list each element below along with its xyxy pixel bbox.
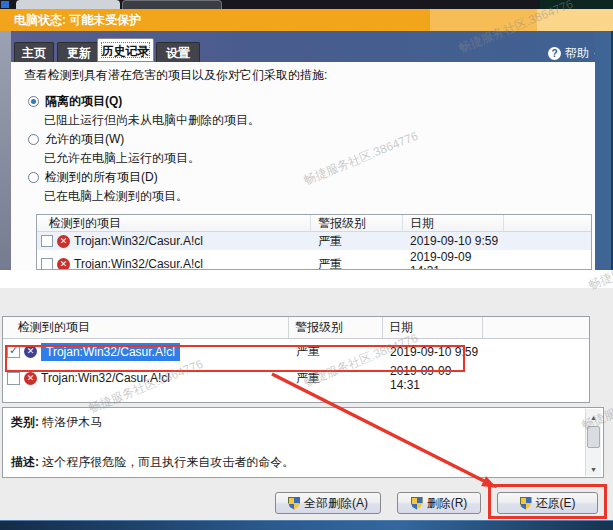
detected-items-table: 检测到的项目 警报级别 日期 Trojan:Win32/Casur.A!cl 严… xyxy=(36,214,592,270)
description-value: 这个程序很危险，而且执行来自攻击者的命令。 xyxy=(42,455,294,469)
alert-level: 严重 xyxy=(311,233,403,250)
window-right-border xyxy=(595,31,613,270)
alert-level: 严重 xyxy=(289,343,383,360)
radio-allowed-desc: 已允许在电脑上运行的项目。 xyxy=(44,150,200,167)
radio-label: 检测到的所有项目(D) xyxy=(45,169,158,186)
window-bottom-border xyxy=(0,520,613,530)
col-date[interactable]: 日期 xyxy=(403,215,504,231)
radio-label: 隔离的项目(Q) xyxy=(45,93,122,110)
delete-all-label: 全部删除(A) xyxy=(304,495,368,512)
uac-shield-icon xyxy=(288,497,300,510)
status-bar-gradient xyxy=(430,9,537,31)
desktop-strip xyxy=(0,0,613,9)
col-date[interactable]: 日期 xyxy=(383,317,483,338)
status-bar: 电脑状态: 可能未受保护 xyxy=(0,9,613,31)
alert-level: 严重 xyxy=(311,256,403,271)
severe-threat-icon xyxy=(24,372,37,385)
radio-allowed-items[interactable]: 允许的项目(W) xyxy=(28,131,124,148)
tab-update[interactable]: 更新 xyxy=(57,42,101,62)
detect-date: 2019-09-10 9:59 xyxy=(383,345,483,359)
threat-name: Trojan:Win32/Casur.A!cl xyxy=(74,234,203,248)
threat-details-panel: 类别: 特洛伊木马 描述: 这个程序很危险，而且执行来自攻击者的命令。 xyxy=(2,407,604,478)
col-alert-level[interactable]: 警报级别 xyxy=(289,317,383,338)
alert-level: 严重 xyxy=(289,370,383,387)
table-row[interactable]: Trojan:Win32/Casur.A!cl 严重 2019-09-09 14… xyxy=(3,364,589,389)
table-row[interactable]: Trojan:Win32/Casur.A!cl 严重 2019-09-09 14… xyxy=(37,250,591,268)
row-checkbox-checked[interactable] xyxy=(7,345,20,358)
table-header-row: 检测到的项目 警报级别 日期 xyxy=(3,317,589,339)
help-button[interactable]: ? 帮助 xyxy=(548,46,600,60)
severe-threat-icon xyxy=(57,235,70,248)
window-left-border xyxy=(0,31,11,270)
row-checkbox[interactable] xyxy=(41,258,53,270)
col-detected-item[interactable]: 检测到的项目 xyxy=(3,317,289,338)
threat-name-selected: Trojan:Win32/Casur.A!cl xyxy=(41,343,180,361)
delete-button[interactable]: 删除(R) xyxy=(397,492,481,514)
radio-all-detected-items[interactable]: 检测到的所有项目(D) xyxy=(28,169,158,186)
help-icon: ? xyxy=(548,47,561,60)
detail-view: 检测到的项目 警报级别 日期 Trojan:Win32/Casur.A!cl 严… xyxy=(0,288,613,530)
history-intro-text: 查看检测到具有潜在危害的项目以及你对它们采取的措施: xyxy=(24,67,327,84)
table-row-selected[interactable]: Trojan:Win32/Casur.A!cl 严重 2019-09-10 9:… xyxy=(3,339,589,364)
history-panel: 查看检测到具有潜在危害的项目以及你对它们采取的措施: 隔离的项目(Q) 已阻止运… xyxy=(11,62,595,270)
category-value: 特洛伊木马 xyxy=(42,415,102,429)
background-window-tab xyxy=(122,0,222,9)
category-label: 类别: xyxy=(11,415,39,429)
radio-label: 允许的项目(W) xyxy=(45,131,124,148)
col-empty xyxy=(483,317,589,338)
severe-threat-icon xyxy=(24,345,37,358)
col-alert-level[interactable]: 警报级别 xyxy=(311,215,403,231)
threat-name: Trojan:Win32/Casur.A!cl xyxy=(41,371,170,385)
status-bar-gradient xyxy=(537,9,613,31)
row-checkbox[interactable] xyxy=(41,235,53,247)
table-row[interactable]: Trojan:Win32/Casur.A!cl 严重 2019-09-10 9:… xyxy=(37,232,591,250)
computer-status-text: 电脑状态: 可能未受保护 xyxy=(14,9,141,31)
tab-home[interactable]: 主页 xyxy=(14,42,54,62)
description-label: 描述: xyxy=(11,455,39,469)
category-line: 类别: 特洛伊木马 xyxy=(11,414,102,431)
radio-quarantined-items[interactable]: 隔离的项目(Q) xyxy=(28,93,122,110)
scrollbar-thumb[interactable] xyxy=(587,426,600,448)
col-empty xyxy=(504,215,591,231)
uac-shield-icon xyxy=(520,497,532,510)
restore-button[interactable]: 还原(E) xyxy=(497,492,598,514)
detected-items-table-detail: 检测到的项目 警报级别 日期 Trojan:Win32/Casur.A!cl 严… xyxy=(2,316,590,403)
tab-settings[interactable]: 设置 xyxy=(156,42,200,62)
taskbar-app-icon xyxy=(1,1,9,8)
delete-all-button[interactable]: 全部删除(A) xyxy=(275,492,381,514)
help-label: 帮助 xyxy=(565,45,589,62)
radio-icon xyxy=(28,96,39,107)
restore-label: 还原(E) xyxy=(536,495,576,512)
radio-all-detected-desc: 已在电脑上检测到的项目。 xyxy=(44,188,188,205)
col-detected-item[interactable]: 检测到的项目 xyxy=(37,215,311,231)
radio-icon xyxy=(28,134,39,145)
severe-threat-icon xyxy=(57,258,70,271)
details-scrollbar[interactable] xyxy=(585,409,601,476)
scroll-down-icon[interactable] xyxy=(586,461,601,476)
delete-label: 删除(R) xyxy=(427,495,468,512)
tab-history[interactable]: 历史记录 xyxy=(97,38,154,62)
detect-date: 2019-09-09 14:31 xyxy=(383,364,483,392)
radio-icon xyxy=(28,172,39,183)
screenshot-root: 电脑状态: 可能未受保护 主页 更新 历史记录 设置 ? 帮助 查看检测到具有潜… xyxy=(0,0,613,530)
description-line: 描述: 这个程序很危险，而且执行来自攻击者的命令。 xyxy=(11,454,294,471)
detect-date: 2019-09-10 9:59 xyxy=(403,234,504,248)
background-window-tab xyxy=(16,0,120,9)
scroll-up-icon[interactable] xyxy=(586,409,601,424)
table-header-row: 检测到的项目 警报级别 日期 xyxy=(37,215,591,232)
threat-name: Trojan:Win32/Casur.A!cl xyxy=(74,257,203,270)
detect-date: 2019-09-09 14:31 xyxy=(403,250,504,270)
background-window-fragment xyxy=(540,0,613,9)
tab-focus-outline xyxy=(101,42,150,58)
uac-shield-icon xyxy=(411,497,423,510)
row-checkbox[interactable] xyxy=(7,372,20,385)
radio-quarantined-desc: 已阻止运行但尚未从电脑中删除的项目。 xyxy=(44,112,260,129)
